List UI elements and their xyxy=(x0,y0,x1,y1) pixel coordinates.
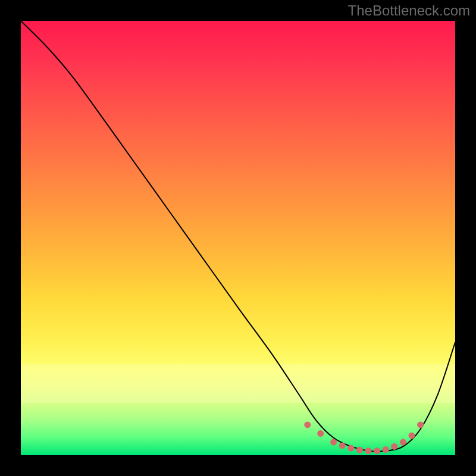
optimal-dot xyxy=(391,443,397,450)
optimal-range-markers xyxy=(304,421,424,454)
optimal-dot xyxy=(339,442,346,449)
optimal-dot xyxy=(374,447,380,454)
optimal-dot xyxy=(383,446,389,453)
chart-plot-area xyxy=(21,21,455,455)
optimal-dot xyxy=(347,445,354,452)
optimal-dot xyxy=(304,421,311,428)
watermark-text: TheBottleneck.com xyxy=(348,2,470,19)
chart-outer-frame: TheBottleneck.com xyxy=(0,0,476,476)
optimal-dot xyxy=(356,447,363,453)
optimal-dot xyxy=(365,447,372,454)
optimal-dot xyxy=(400,439,406,446)
optimal-dot xyxy=(417,421,424,428)
optimal-dot xyxy=(317,430,324,437)
bottleneck-curve-line xyxy=(21,21,455,452)
optimal-dot xyxy=(330,439,337,446)
optimal-dot xyxy=(409,433,415,439)
chart-svg-layer xyxy=(21,21,455,455)
